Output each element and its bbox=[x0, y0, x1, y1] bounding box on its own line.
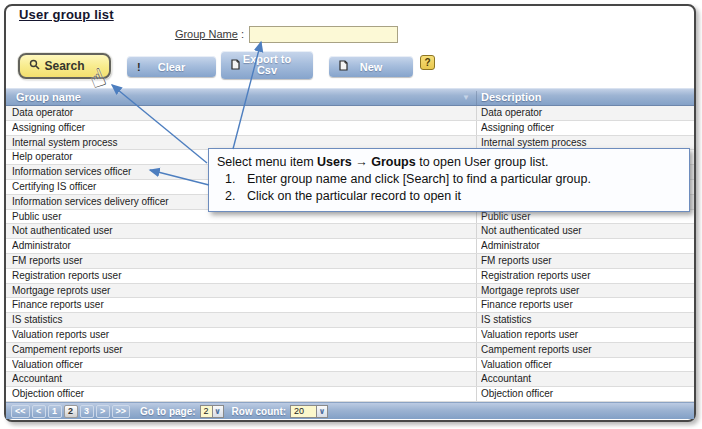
export-button-label: Export to Csv bbox=[243, 54, 291, 76]
description-cell: Data operator bbox=[481, 106, 689, 120]
column-divider bbox=[476, 121, 477, 135]
group-name-cell: Campement reports user bbox=[12, 343, 474, 357]
column-divider bbox=[476, 106, 477, 120]
pager-button-next-page[interactable]: > bbox=[96, 405, 110, 418]
table-row[interactable]: FM reports user FM reports user bbox=[6, 254, 694, 269]
description-cell: Registration reports user bbox=[481, 269, 689, 283]
row-count-value: 20 bbox=[290, 405, 316, 418]
group-name-cell: FM reports user bbox=[12, 254, 474, 268]
column-divider bbox=[476, 358, 477, 372]
row-count-select[interactable]: 20 ∨ bbox=[290, 405, 328, 418]
description-cell: Assigning officer bbox=[481, 121, 689, 135]
help-button[interactable]: ? bbox=[420, 55, 435, 70]
page-title: User group list bbox=[19, 7, 114, 22]
group-name-cell: Finance reports user bbox=[12, 298, 474, 312]
document-icon bbox=[231, 59, 240, 72]
table-header: Group name ▼ Description bbox=[6, 88, 694, 106]
new-button-label: New bbox=[360, 61, 383, 73]
column-divider bbox=[476, 298, 477, 312]
column-divider bbox=[476, 224, 477, 238]
callout-step-2: 2. Click on the particular record to ope… bbox=[217, 188, 681, 205]
column-header-description[interactable]: Description bbox=[481, 89, 542, 106]
search-button-label: Search bbox=[44, 59, 84, 73]
table-row[interactable]: Administrator Administrator bbox=[6, 239, 694, 254]
pager-button-page-1[interactable]: 1 bbox=[48, 405, 62, 418]
pagination-bar: <<<123>>> Go to page: 2 ∨ Row count: 20 … bbox=[6, 402, 694, 419]
column-divider bbox=[476, 343, 477, 357]
group-name-label-text: Group Name bbox=[175, 28, 238, 40]
chevron-down-icon: ∨ bbox=[212, 405, 224, 418]
goto-page-select[interactable]: 2 ∨ bbox=[200, 405, 224, 418]
table-row[interactable]: Not authenticated user Not authenticated… bbox=[6, 224, 694, 239]
group-name-cell: Not authenticated user bbox=[12, 224, 474, 238]
group-name-cell: Valuation officer bbox=[12, 358, 474, 372]
table-row[interactable]: Campement reports user Campement reports… bbox=[6, 343, 694, 358]
description-cell: Objection officer bbox=[481, 387, 689, 401]
description-cell: Valuation officer bbox=[481, 358, 689, 372]
table-row[interactable]: Valuation reports user Valuation reports… bbox=[6, 328, 694, 343]
group-name-label: Group Name : bbox=[120, 28, 244, 40]
export-to-csv-button[interactable]: Export to Csv bbox=[221, 51, 313, 79]
column-header-group-name[interactable]: Group name bbox=[16, 89, 81, 106]
callout-step-text: Enter group name and click [Search] to f… bbox=[247, 171, 591, 188]
column-divider bbox=[476, 387, 477, 401]
description-cell: Campement reports user bbox=[481, 343, 689, 357]
table-row[interactable]: Assigning officer Assigning officer bbox=[6, 121, 694, 136]
table-row[interactable]: Valuation officer Valuation officer bbox=[6, 358, 694, 373]
callout-text: Select menu item bbox=[217, 155, 317, 169]
pager-button-page-2[interactable]: 2 bbox=[64, 405, 78, 418]
column-divider bbox=[476, 254, 477, 268]
description-cell: Administrator bbox=[481, 239, 689, 253]
group-name-cell: Mortgage reprots user bbox=[12, 284, 474, 298]
search-button[interactable]: Search bbox=[18, 53, 111, 79]
callout-line-1: Select menu item Users → Groups to open … bbox=[217, 154, 681, 171]
row-count-label: Row count: bbox=[232, 406, 286, 417]
pager-buttons: <<<123>>> bbox=[11, 405, 132, 418]
export-label-line2: Csv bbox=[257, 64, 277, 76]
column-divider bbox=[476, 269, 477, 283]
description-cell: IS statistics bbox=[481, 313, 689, 327]
description-cell: Valuation reports user bbox=[481, 328, 689, 342]
description-cell: FM reports user bbox=[481, 254, 689, 268]
document-icon bbox=[339, 60, 348, 73]
table-row[interactable]: Registration reports user Registration r… bbox=[6, 269, 694, 284]
column-divider bbox=[476, 372, 477, 386]
group-name-label-separator: : bbox=[238, 28, 244, 40]
user-group-list-page: User group list Group Name : Search ! Cl… bbox=[0, 0, 702, 429]
table-row[interactable]: Mortgage reprots user Mortgage reprots u… bbox=[6, 284, 694, 299]
column-divider bbox=[476, 313, 477, 327]
group-name-cell: Objection officer bbox=[12, 387, 474, 401]
pager-button-page-3[interactable]: 3 bbox=[80, 405, 94, 418]
magnifier-icon bbox=[29, 59, 40, 73]
new-button[interactable]: New bbox=[329, 56, 413, 77]
group-name-cell: Assigning officer bbox=[12, 121, 474, 135]
sort-indicator-icon[interactable]: ▼ bbox=[462, 90, 470, 106]
callout-bold-text: Users → Groups bbox=[317, 155, 416, 169]
table-row[interactable]: IS statistics IS statistics bbox=[6, 313, 694, 328]
description-cell: Not authenticated user bbox=[481, 224, 689, 238]
table-row[interactable]: Objection officer Objection officer bbox=[6, 387, 694, 402]
goto-page-value: 2 bbox=[200, 405, 212, 418]
callout-step-text: Click on the particular record to open i… bbox=[247, 188, 461, 205]
clear-button-label: Clear bbox=[158, 61, 186, 73]
table-row[interactable]: Accountant Accountant bbox=[6, 372, 694, 387]
table-row[interactable]: Data operator Data operator bbox=[6, 106, 694, 121]
group-name-cell: Administrator bbox=[12, 239, 474, 253]
description-cell: Finance reports user bbox=[481, 298, 689, 312]
instruction-callout: Select menu item Users → Groups to open … bbox=[208, 148, 690, 212]
pager-button-first-page[interactable]: << bbox=[11, 405, 30, 418]
group-name-cell: Valuation reports user bbox=[12, 328, 474, 342]
pager-button-last-page[interactable]: >> bbox=[112, 405, 131, 418]
group-name-cell: Data operator bbox=[12, 106, 474, 120]
pager-button-prev-page[interactable]: < bbox=[32, 405, 46, 418]
group-name-cell: Accountant bbox=[12, 372, 474, 386]
column-divider bbox=[476, 239, 477, 253]
callout-step-number: 2. bbox=[217, 188, 247, 205]
group-name-cell: Registration reports user bbox=[12, 269, 474, 283]
table-row[interactable]: Finance reports user Finance reports use… bbox=[6, 298, 694, 313]
callout-text: to open User group list. bbox=[416, 155, 549, 169]
group-name-input[interactable] bbox=[249, 26, 398, 43]
column-divider bbox=[476, 328, 477, 342]
clear-button[interactable]: ! Clear bbox=[127, 56, 216, 77]
goto-page-label: Go to page: bbox=[140, 406, 196, 417]
